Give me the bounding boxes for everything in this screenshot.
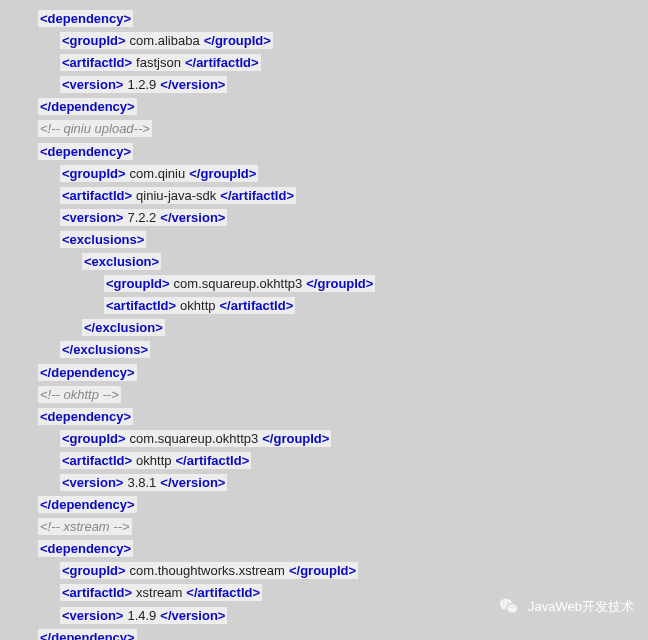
xml-close-tag: </groupId>: [202, 32, 273, 49]
xml-open-tag: <artifactId>: [60, 54, 134, 71]
xml-open-tag: <exclusion>: [82, 253, 161, 270]
code-line: <version>3.8.1</version>: [0, 472, 648, 494]
xml-open-tag: <groupId>: [104, 275, 172, 292]
code-line: <dependency>: [0, 8, 648, 30]
xml-text: com.qiniu: [128, 165, 188, 182]
xml-comment: <!-- okhttp -->: [38, 386, 121, 403]
xml-open-tag: <dependency>: [38, 10, 133, 27]
wechat-icon: [498, 596, 520, 618]
xml-open-tag: <artifactId>: [60, 452, 134, 469]
xml-open-tag: <version>: [60, 209, 125, 226]
xml-text: 1.4.9: [125, 607, 158, 624]
xml-open-tag: <groupId>: [60, 32, 128, 49]
code-line: <exclusion>: [0, 251, 648, 273]
xml-open-tag: <groupId>: [60, 165, 128, 182]
xml-code-block: <dependency><groupId>com.alibaba</groupI…: [0, 8, 648, 640]
xml-close-tag: </artifactId>: [218, 187, 296, 204]
xml-comment: <!-- qiniu upload-->: [38, 120, 152, 137]
xml-text: fastjson: [134, 54, 183, 71]
code-line: <groupId>com.squareup.okhttp3</groupId>: [0, 428, 648, 450]
xml-text: okhttp: [178, 297, 217, 314]
xml-text: 1.2.9: [125, 76, 158, 93]
code-line: <groupId>com.thoughtworks.xstream</group…: [0, 560, 648, 582]
watermark-text: JavaWeb开发技术: [528, 596, 634, 618]
code-line: <dependency>: [0, 406, 648, 428]
xml-text: 7.2.2: [125, 209, 158, 226]
xml-open-tag: <version>: [60, 474, 125, 491]
xml-close-tag: </groupId>: [304, 275, 375, 292]
xml-text: okhttp: [134, 452, 173, 469]
code-line: <version>1.2.9</version>: [0, 74, 648, 96]
code-line: <exclusions>: [0, 229, 648, 251]
xml-close-tag: </groupId>: [287, 562, 358, 579]
xml-close-tag: </dependency>: [38, 496, 137, 513]
xml-open-tag: <artifactId>: [104, 297, 178, 314]
code-line: </dependency>: [0, 627, 648, 640]
code-line: </dependency>: [0, 494, 648, 516]
xml-close-tag: </artifactId>: [174, 452, 252, 469]
xml-open-tag: <version>: [60, 607, 125, 624]
code-line: <!-- xstream -->: [0, 516, 648, 538]
xml-open-tag: <dependency>: [38, 540, 133, 557]
xml-open-tag: <artifactId>: [60, 187, 134, 204]
xml-close-tag: </artifactId>: [218, 297, 296, 314]
xml-text: qiniu-java-sdk: [134, 187, 218, 204]
xml-close-tag: </groupId>: [187, 165, 258, 182]
code-line: </exclusions>: [0, 339, 648, 361]
code-line: <artifactId>qiniu-java-sdk</artifactId>: [0, 185, 648, 207]
code-line: <groupId>com.squareup.okhttp3</groupId>: [0, 273, 648, 295]
code-line: </exclusion>: [0, 317, 648, 339]
xml-open-tag: <artifactId>: [60, 584, 134, 601]
xml-close-tag: </version>: [158, 474, 227, 491]
xml-open-tag: <dependency>: [38, 408, 133, 425]
xml-text: com.squareup.okhttp3: [128, 430, 261, 447]
xml-close-tag: </exclusion>: [82, 319, 165, 336]
xml-text: com.thoughtworks.xstream: [128, 562, 287, 579]
xml-text: com.alibaba: [128, 32, 202, 49]
xml-close-tag: </dependency>: [38, 364, 137, 381]
xml-close-tag: </version>: [158, 607, 227, 624]
xml-close-tag: </artifactId>: [183, 54, 261, 71]
xml-close-tag: </version>: [158, 209, 227, 226]
xml-close-tag: </dependency>: [38, 629, 137, 640]
xml-text: 3.8.1: [125, 474, 158, 491]
code-line: </dependency>: [0, 96, 648, 118]
xml-close-tag: </dependency>: [38, 98, 137, 115]
code-line: <artifactId>fastjson</artifactId>: [0, 52, 648, 74]
code-line: </dependency>: [0, 362, 648, 384]
code-line: <artifactId>okhttp</artifactId>: [0, 450, 648, 472]
xml-open-tag: <version>: [60, 76, 125, 93]
xml-open-tag: <dependency>: [38, 143, 133, 160]
xml-comment: <!-- xstream -->: [38, 518, 132, 535]
code-line: <artifactId>okhttp</artifactId>: [0, 295, 648, 317]
xml-close-tag: </artifactId>: [184, 584, 262, 601]
code-line: <dependency>: [0, 141, 648, 163]
code-line: <groupId>com.alibaba</groupId>: [0, 30, 648, 52]
xml-open-tag: <exclusions>: [60, 231, 146, 248]
xml-text: com.squareup.okhttp3: [172, 275, 305, 292]
xml-close-tag: </groupId>: [260, 430, 331, 447]
code-line: <version>7.2.2</version>: [0, 207, 648, 229]
xml-open-tag: <groupId>: [60, 562, 128, 579]
xml-close-tag: </version>: [158, 76, 227, 93]
code-line: <!-- okhttp -->: [0, 384, 648, 406]
xml-close-tag: </exclusions>: [60, 341, 150, 358]
code-line: <groupId>com.qiniu</groupId>: [0, 163, 648, 185]
xml-text: xstream: [134, 584, 184, 601]
code-line: <!-- qiniu upload-->: [0, 118, 648, 140]
watermark: JavaWeb开发技术: [498, 596, 634, 618]
code-line: <dependency>: [0, 538, 648, 560]
xml-open-tag: <groupId>: [60, 430, 128, 447]
